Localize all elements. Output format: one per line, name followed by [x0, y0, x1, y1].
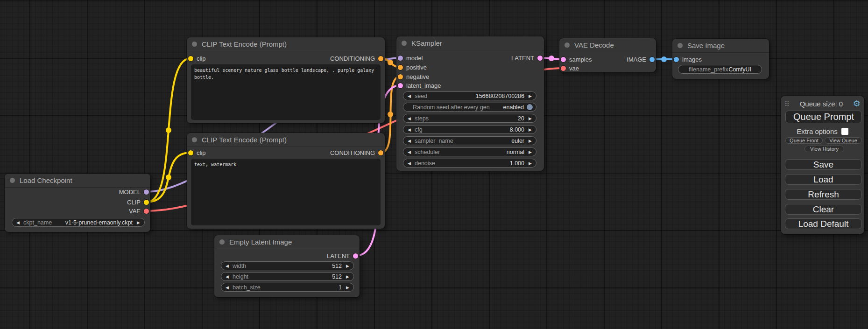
random-seed-toggle-widget[interactable]: Random seed after every gen enabled: [403, 103, 536, 112]
node-empty-latent-image[interactable]: Empty Latent Image LATENT ◀ width 512 ▶ …: [214, 235, 360, 297]
drag-handle-icon[interactable]: ⠿: [784, 100, 790, 107]
collapse-dot[interactable]: [10, 178, 15, 183]
extra-options-checkbox[interactable]: [841, 128, 848, 135]
view-queue-button[interactable]: View Queue: [825, 137, 862, 144]
conditioning-port-dot[interactable]: [378, 56, 383, 61]
increment-arrow-icon[interactable]: ▶: [527, 116, 533, 121]
port-label: negative: [406, 73, 429, 80]
node-clip-text-encode-negative[interactable]: CLIP Text Encode (Prompt) clip CONDITION…: [187, 133, 385, 229]
decrement-arrow-icon[interactable]: ◀: [15, 220, 21, 225]
port-label: samples: [569, 56, 592, 63]
latent-port-dot[interactable]: [353, 253, 358, 259]
positive-prompt-textarea[interactable]: beautiful scenery nature glass bottle la…: [191, 64, 381, 120]
height-widget[interactable]: ◀ height 512 ▶: [221, 272, 354, 281]
collapse-dot[interactable]: [402, 41, 407, 46]
decrement-arrow-icon[interactable]: ◀: [406, 94, 412, 98]
collapse-dot[interactable]: [565, 42, 570, 48]
node-title-bar[interactable]: CLIP Text Encode (Prompt): [187, 37, 385, 51]
output-port-clip: CLIP: [127, 198, 149, 206]
gear-icon[interactable]: ⚙: [853, 99, 861, 108]
view-history-button[interactable]: View History: [804, 146, 844, 152]
node-graph-canvas[interactable]: Load Checkpoint MODEL CLIP VAE ◀ ckpt_na…: [0, 0, 868, 329]
decrement-arrow-icon[interactable]: ◀: [406, 127, 412, 132]
save-button[interactable]: Save: [785, 159, 862, 170]
conditioning-port-dot[interactable]: [398, 74, 403, 79]
model-port-dot[interactable]: [144, 189, 149, 195]
vae-port-dot[interactable]: [561, 66, 566, 71]
decrement-arrow-icon[interactable]: ◀: [406, 116, 412, 121]
decrement-arrow-icon[interactable]: ◀: [224, 264, 230, 268]
link-midpoint-dot: [388, 60, 393, 65]
ckpt-name-widget[interactable]: ◀ ckpt_name v1-5-pruned-emaonly.ckpt ▶: [12, 218, 145, 227]
port-label: model: [406, 55, 423, 62]
node-title-bar[interactable]: VAE Decode: [559, 38, 656, 52]
increment-arrow-icon[interactable]: ▶: [527, 161, 533, 166]
load-default-button[interactable]: Load Default: [785, 218, 862, 229]
seed-widget[interactable]: ◀ seed 156680208700286 ▶: [403, 91, 536, 100]
decrement-arrow-icon[interactable]: ◀: [224, 274, 230, 279]
decrement-arrow-icon[interactable]: ◀: [406, 139, 412, 143]
increment-arrow-icon[interactable]: ▶: [345, 264, 351, 268]
cfg-widget[interactable]: ◀ cfg 8.000 ▶: [403, 125, 536, 134]
queue-front-button[interactable]: Queue Front: [785, 137, 823, 144]
conditioning-port-dot[interactable]: [398, 65, 403, 70]
image-port-dot[interactable]: [674, 57, 679, 62]
decrement-arrow-icon[interactable]: ◀: [406, 150, 412, 154]
collapse-dot[interactable]: [677, 43, 683, 48]
node-vae-decode[interactable]: VAE Decode samples vae IMAGE: [559, 38, 656, 72]
collapse-dot[interactable]: [192, 42, 197, 47]
extra-options-label: Extra options: [797, 127, 838, 135]
increment-arrow-icon[interactable]: ▶: [527, 139, 533, 143]
negative-prompt-textarea[interactable]: text, watermark: [191, 159, 381, 225]
node-save-image[interactable]: Save Image images filename_prefix ComfyU…: [672, 39, 769, 79]
model-port-dot[interactable]: [398, 56, 403, 61]
node-load-checkpoint[interactable]: Load Checkpoint MODEL CLIP VAE ◀ ckpt_na…: [5, 174, 150, 232]
batch-size-widget[interactable]: ◀ batch_size 1 ▶: [221, 283, 354, 292]
conditioning-port-dot[interactable]: [378, 150, 383, 155]
node-ksampler[interactable]: KSampler model positive negative latent_…: [396, 36, 544, 171]
refresh-button[interactable]: Refresh: [785, 189, 862, 200]
sampler-name-widget[interactable]: ◀ sampler_name euler ▶: [403, 136, 536, 145]
node-title-bar[interactable]: Empty Latent Image: [214, 235, 360, 249]
filename-prefix-widget[interactable]: filename_prefix ComfyUI: [678, 65, 762, 74]
increment-arrow-icon[interactable]: ▶: [345, 285, 351, 290]
load-button[interactable]: Load: [785, 174, 862, 185]
decrement-arrow-icon[interactable]: ◀: [406, 161, 412, 166]
output-port-conditioning: CONDITIONING: [330, 148, 383, 157]
clip-port-dot[interactable]: [188, 150, 193, 155]
clear-button[interactable]: Clear: [785, 204, 862, 215]
port-label: positive: [406, 64, 427, 71]
toggle-knob-icon[interactable]: [527, 104, 533, 110]
scheduler-widget[interactable]: ◀ scheduler normal ▶: [403, 147, 536, 156]
increment-arrow-icon[interactable]: ▶: [135, 220, 141, 225]
increment-arrow-icon[interactable]: ▶: [345, 274, 351, 279]
latent-port-dot[interactable]: [398, 83, 403, 88]
link-midpoint-dot: [388, 112, 393, 117]
output-port-latent: LATENT: [511, 54, 543, 62]
increment-arrow-icon[interactable]: ▶: [527, 127, 533, 132]
denoise-widget[interactable]: ◀ denoise 1.000 ▶: [403, 159, 536, 168]
input-port-negative: negative: [398, 72, 429, 81]
node-title-bar[interactable]: Load Checkpoint: [5, 174, 150, 188]
latent-port-dot[interactable]: [537, 56, 543, 61]
node-title-bar[interactable]: CLIP Text Encode (Prompt): [187, 133, 385, 147]
port-label: CLIP: [127, 199, 141, 206]
collapse-dot[interactable]: [219, 239, 225, 245]
clip-port-dot[interactable]: [144, 200, 149, 205]
link-midpoint-dot: [166, 127, 171, 133]
queue-prompt-button[interactable]: Queue Prompt: [785, 111, 862, 123]
decrement-arrow-icon[interactable]: ◀: [224, 285, 230, 290]
node-clip-text-encode-positive[interactable]: CLIP Text Encode (Prompt) clip CONDITION…: [187, 37, 385, 123]
vae-port-dot[interactable]: [144, 209, 149, 214]
node-title-bar[interactable]: KSampler: [396, 36, 544, 50]
width-widget[interactable]: ◀ width 512 ▶: [221, 261, 354, 270]
image-port-dot[interactable]: [649, 57, 655, 62]
increment-arrow-icon[interactable]: ▶: [527, 94, 533, 98]
latent-port-dot[interactable]: [561, 57, 566, 62]
queue-panel: ⠿ Queue size: 0 ⚙ Queue Prompt Extra opt…: [781, 96, 864, 234]
increment-arrow-icon[interactable]: ▶: [527, 150, 533, 154]
steps-widget[interactable]: ◀ steps 20 ▶: [403, 114, 536, 123]
clip-port-dot[interactable]: [188, 56, 193, 61]
collapse-dot[interactable]: [192, 137, 197, 142]
node-title-bar[interactable]: Save Image: [672, 39, 769, 53]
